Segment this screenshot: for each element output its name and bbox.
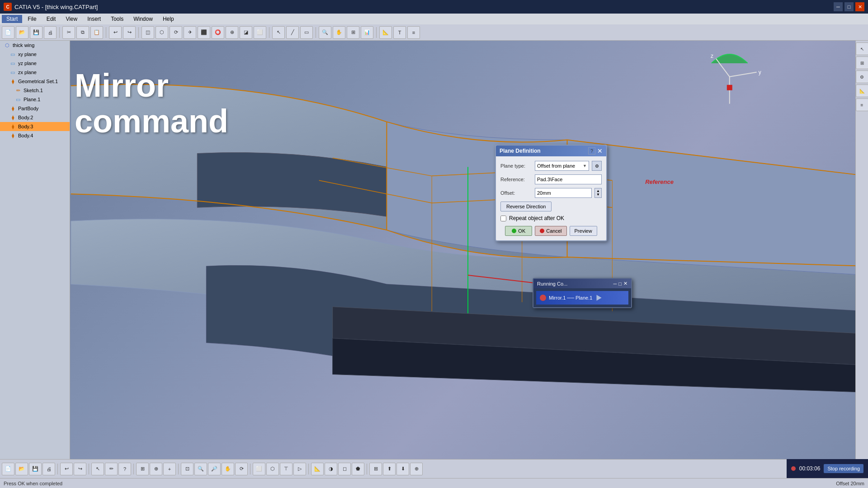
- bt-select[interactable]: ↖: [91, 463, 104, 475]
- menu-view[interactable]: View: [61, 15, 82, 23]
- plane-type-extra-btn[interactable]: ⚙: [592, 161, 602, 171]
- running-minimize-button[interactable]: ─: [613, 281, 617, 286]
- tree-partbody[interactable]: ⧫ PartBody: [0, 104, 70, 113]
- bt-right[interactable]: ▷: [293, 463, 306, 475]
- tb-save[interactable]: 💾: [30, 26, 42, 39]
- reverse-direction-button[interactable]: Reverse Direction: [500, 202, 552, 211]
- bt-pan[interactable]: ✋: [222, 463, 234, 475]
- tb-paste[interactable]: 📋: [90, 26, 103, 39]
- running-close-button[interactable]: ✕: [623, 281, 627, 286]
- bt-redo[interactable]: ↪: [74, 463, 86, 475]
- tb-revolve[interactable]: ⭕: [212, 26, 224, 39]
- tree-yz-plane[interactable]: ▭ yz plane: [0, 59, 70, 68]
- tree-root[interactable]: ⬡ thick wing: [0, 41, 70, 50]
- bt-open[interactable]: 📂: [15, 463, 28, 475]
- tb-3d-box[interactable]: ◫: [142, 26, 154, 39]
- tb-measure[interactable]: 📐: [379, 26, 392, 39]
- bt-front[interactable]: ⬜: [253, 463, 265, 475]
- tree-zx-plane[interactable]: ▭ zx plane: [0, 68, 70, 77]
- reference-input[interactable]: Pad.3\Face: [535, 174, 602, 184]
- bt-shade[interactable]: ◑: [325, 463, 337, 475]
- tb-pan[interactable]: ✋: [333, 26, 345, 39]
- offset-spinner[interactable]: ▲ ▼: [594, 188, 602, 198]
- bt-axis[interactable]: +: [163, 463, 176, 475]
- stop-recording-button[interactable]: Stop recording: [824, 464, 863, 473]
- bt-sketch[interactable]: ✏: [105, 463, 118, 475]
- menu-window[interactable]: Window: [129, 15, 157, 23]
- preview-button[interactable]: Preview: [570, 226, 597, 236]
- tb-line[interactable]: ╱: [286, 26, 299, 39]
- tb-rotate[interactable]: ⟳: [170, 26, 182, 39]
- play-button[interactable]: [595, 294, 602, 301]
- bt-save[interactable]: 💾: [29, 463, 42, 475]
- tree-body2[interactable]: ⧫ Body.2: [0, 113, 70, 122]
- bt-rotate-view[interactable]: ⟳: [235, 463, 248, 475]
- tb-zoom[interactable]: 🔍: [319, 26, 331, 39]
- dialog-help-button[interactable]: ?: [588, 147, 595, 155]
- menu-tools[interactable]: Tools: [106, 15, 128, 23]
- tb-undo[interactable]: ↩: [109, 26, 122, 39]
- bt-new[interactable]: 📄: [2, 463, 14, 475]
- tb-cut[interactable]: ✂: [62, 26, 75, 39]
- bt-constraint[interactable]: ⊞: [369, 463, 382, 475]
- tb-text[interactable]: T: [393, 26, 406, 39]
- tree-plane1[interactable]: ▭ Plane.1: [0, 95, 70, 104]
- tb-open[interactable]: 📂: [16, 26, 28, 39]
- tb-analysis[interactable]: 📊: [361, 26, 373, 39]
- menu-file[interactable]: File: [23, 15, 41, 23]
- repeat-checkbox[interactable]: [500, 216, 506, 221]
- menu-edit[interactable]: Edit: [42, 15, 61, 23]
- cancel-button[interactable]: Cancel: [535, 226, 566, 236]
- ok-button[interactable]: OK: [505, 226, 532, 236]
- bt-zoom-in[interactable]: 🔍: [194, 463, 207, 475]
- tb-annot[interactable]: ≡: [407, 26, 420, 39]
- rt-btn5[interactable]: ≡: [856, 99, 868, 111]
- running-restore-button[interactable]: □: [618, 281, 622, 286]
- menu-insert[interactable]: Insert: [83, 15, 105, 23]
- rt-btn2[interactable]: ⊞: [856, 56, 868, 69]
- tb-plane-icon[interactable]: ⬜: [254, 26, 266, 39]
- rt-btn4[interactable]: 📐: [856, 84, 868, 97]
- tb-plane-btn[interactable]: ▭: [300, 26, 313, 39]
- bt-mirror[interactable]: ⊕: [410, 463, 423, 475]
- tb-fit[interactable]: ⊞: [347, 26, 359, 39]
- tb-boolean[interactable]: ⊕: [226, 26, 238, 39]
- bt-undo[interactable]: ↩: [60, 463, 73, 475]
- bt-help[interactable]: ?: [118, 463, 131, 475]
- close-button[interactable]: ✕: [855, 2, 864, 11]
- bt-edge[interactable]: ⬟: [352, 463, 364, 475]
- tb-extrude[interactable]: ⬛: [198, 26, 210, 39]
- tree-body3[interactable]: ⧫ Body.3: [0, 122, 70, 131]
- bt-print[interactable]: 🖨: [42, 463, 55, 475]
- offset-input[interactable]: 20mm: [535, 188, 592, 198]
- tb-print[interactable]: 🖨: [44, 26, 57, 39]
- bt-wire[interactable]: ◻: [338, 463, 351, 475]
- bt-pocket[interactable]: ⬇: [396, 463, 409, 475]
- tb-redo[interactable]: ↪: [123, 26, 136, 39]
- rt-btn1[interactable]: ↖: [856, 42, 868, 55]
- tree-sketch1[interactable]: ✏ Sketch.1: [0, 86, 70, 95]
- dialog-close-button[interactable]: ✕: [597, 147, 603, 155]
- bt-pad[interactable]: ⬆: [383, 463, 396, 475]
- bt-iso2[interactable]: ⬡: [266, 463, 279, 475]
- tree-body4[interactable]: ⧫ Body.4: [0, 131, 70, 140]
- minimize-button[interactable]: ─: [834, 2, 843, 11]
- bt-snap[interactable]: ⊕: [150, 463, 162, 475]
- tb-copy[interactable]: ⧉: [76, 26, 89, 39]
- tree-geoset[interactable]: ⧫ Geometrical Set.1: [0, 77, 70, 86]
- tb-cut2[interactable]: ◪: [240, 26, 252, 39]
- main-viewport[interactable]: 20 y z Mirror command Reference: [70, 41, 868, 469]
- menu-help[interactable]: Help: [158, 15, 179, 23]
- tb-select[interactable]: ↖: [272, 26, 285, 39]
- menu-start[interactable]: Start: [2, 15, 22, 23]
- tree-xy-plane[interactable]: ▭ xy plane: [0, 50, 70, 59]
- plane-type-select[interactable]: Offset from plane ▼: [535, 161, 589, 171]
- bt-zoom-fit[interactable]: ⊡: [181, 463, 193, 475]
- bt-grid[interactable]: ⊞: [136, 463, 149, 475]
- rt-btn3[interactable]: ⚙: [856, 70, 868, 83]
- bt-zoom-out[interactable]: 🔎: [208, 463, 221, 475]
- tb-iso[interactable]: ⬡: [156, 26, 168, 39]
- tb-new[interactable]: 📄: [2, 26, 14, 39]
- restore-button[interactable]: □: [844, 2, 854, 11]
- bt-measure2[interactable]: 📐: [311, 463, 324, 475]
